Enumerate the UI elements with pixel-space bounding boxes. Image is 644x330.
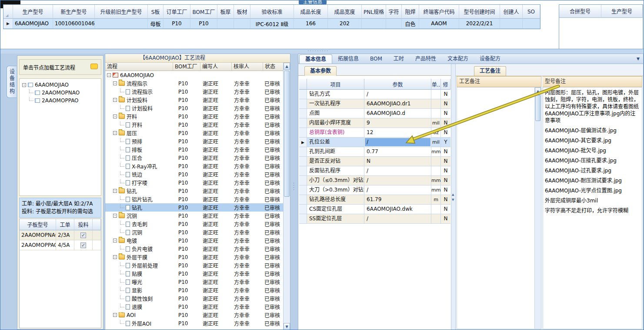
- info-tab-2[interactable]: BOM: [364, 54, 388, 64]
- param-row[interactable]: 孔到孔间距0.77mmN: [299, 147, 450, 157]
- info-tab-5[interactable]: 文本配方: [442, 54, 474, 64]
- scroll-down-icon[interactable]: ▼: [452, 198, 454, 202]
- param-value-cell[interactable]: /: [364, 166, 431, 176]
- flow-scrollbar[interactable]: ▲ ▼: [283, 63, 290, 330]
- flow-row-leaf[interactable]: 曝光P10谢正旺方幸幸已审核: [105, 278, 283, 286]
- top-grid-column-header[interactable]: 生产型号: [13, 5, 53, 19]
- top-grid-column-header[interactable]: BOM工厂: [190, 5, 217, 19]
- param-column-header[interactable]: 修: [441, 79, 450, 90]
- info-tab-4[interactable]: 产品特性: [410, 54, 442, 64]
- tab-main-info[interactable]: 主要信息: [299, 0, 327, 4]
- sub-table-column-header[interactable]: 投料: [74, 219, 93, 230]
- model-grid-row[interactable]: ▶6AAOMOJIAO10010600104629母板P10P10IPC-601…: [3, 19, 540, 29]
- expand-toggle-icon[interactable]: -: [113, 313, 117, 317]
- param-value-cell[interactable]: /: [364, 90, 431, 99]
- process-notes-scrollbar[interactable]: ▲: [534, 88, 541, 329]
- flow-row-folder[interactable]: -开料P10谢正旺方幸幸已审核: [105, 112, 283, 121]
- flow-row-leaf[interactable]: 外层前处理P10谢正旺方幸幸已审核: [105, 261, 283, 269]
- flow-row-leaf[interactable]: 酸性蚀刻P10谢正旺方幸幸已审核: [105, 294, 283, 303]
- flow-row-folder[interactable]: -外层干膜P10谢正旺方幸幸已审核: [105, 253, 283, 261]
- flow-row-leaf[interactable]: 铝片钻孔P10谢正旺方幸幸已审核: [105, 195, 283, 203]
- top-grid-cell[interactable]: 6AAOMOJIAO: [13, 19, 53, 28]
- top-grid-cell[interactable]: [362, 19, 386, 28]
- flow-row-folder[interactable]: -钻孔P10谢正旺方幸幸已审核: [105, 187, 283, 195]
- param-value-cell[interactable]: N: [364, 157, 431, 166]
- param-row[interactable]: 点图6AAOMOJIAO.dN: [299, 109, 450, 118]
- flow-row-leaf[interactable]: 负片电镀P10谢正旺方幸幸已审核: [105, 245, 283, 253]
- top-grid-column-header[interactable]: 成品长度: [294, 5, 328, 19]
- left-tree-item[interactable]: 2AAOMOPPAO: [22, 97, 101, 104]
- top-grid-cell[interactable]: 10010600104629: [53, 19, 95, 28]
- flow-row-leaf[interactable]: 去毛刺P10谢正旺方幸幸已审核: [105, 220, 283, 228]
- scrollbar-thumb[interactable]: [535, 95, 541, 121]
- top-grid-cell[interactable]: [234, 19, 250, 28]
- top-grid-column-header[interactable]: 板厚: [217, 5, 234, 19]
- param-value-cell[interactable]: /: [364, 176, 431, 185]
- param-column-header[interactable]: 参数: [364, 79, 431, 90]
- grid-corner-cell[interactable]: ◢: [3, 5, 13, 19]
- scroll-up-icon[interactable]: ▲: [535, 88, 541, 94]
- expand-toggle-icon[interactable]: -: [113, 131, 117, 135]
- param-row[interactable]: 内层最小焊环宽度9milN: [299, 118, 450, 128]
- param-column-header[interactable]: 单..: [431, 79, 441, 90]
- left-tree-root[interactable]: -6AAOMOJIAO: [22, 81, 101, 89]
- scroll-up-icon[interactable]: ▲: [284, 63, 290, 70]
- top-grid-column-header[interactable]: 升级前旧生产型号: [95, 5, 148, 19]
- info-tab-6[interactable]: 设备配方: [474, 54, 506, 64]
- scroll-up-icon[interactable]: ▲: [452, 193, 454, 196]
- expand-toggle-icon[interactable]: -: [113, 214, 117, 218]
- feed-checkbox[interactable]: ✓: [80, 242, 86, 248]
- param-notes-splitter[interactable]: ▲ ▼: [451, 64, 456, 330]
- flow-row-leaf[interactable]: 贴膜P10谢正旺方幸幸已审核: [105, 269, 283, 278]
- top-grid-column-header[interactable]: 订单工厂: [164, 5, 190, 19]
- flow-row-leaf[interactable]: 计划投料P10谢正旺方幸幸已审核: [105, 104, 283, 112]
- flow-row-leaf[interactable]: X-Ray冲孔P10谢正旺方幸幸已审核: [105, 162, 283, 170]
- flow-row-leaf[interactable]: 预排P10谢正旺方幸幸已审核: [105, 137, 283, 145]
- param-row[interactable]: 总铜厚(含表铜)12ozN: [299, 128, 450, 138]
- flow-row-leaf[interactable]: 打字喽P10谢正旺方幸幸已审核: [105, 178, 283, 187]
- param-column-header[interactable]: 项目: [307, 79, 364, 90]
- top-grid-column-header[interactable]: 验收标准: [250, 5, 294, 19]
- scrollbar-thumb[interactable]: [284, 71, 290, 197]
- merge-grid-column-header[interactable]: 合拼型号: [559, 5, 601, 18]
- sub-table-row[interactable]: 2AAOMOPPAO4/5A✓: [20, 240, 101, 250]
- flow-row-leaf[interactable]: 外层AOIP10谢正旺方幸幸已审核: [105, 319, 283, 327]
- top-grid-column-header[interactable]: 阻焊: [402, 5, 419, 19]
- param-row[interactable]: ▶孔位公差/milY: [299, 138, 450, 147]
- top-grid-cell[interactable]: [523, 19, 540, 28]
- sub-table-row[interactable]: 2AAOMOPNAO2/3A✓: [20, 230, 101, 240]
- top-grid-cell[interactable]: 202: [328, 19, 362, 28]
- top-grid-cell[interactable]: AAOM: [419, 19, 459, 28]
- left-tree-item[interactable]: 2AAOMOPNAO: [22, 89, 101, 97]
- flow-row-leaf[interactable]: 压合P10谢正旺方幸幸已审核: [105, 154, 283, 162]
- param-row[interactable]: 钻孔方式/N: [299, 90, 450, 99]
- flow-row-folder[interactable]: -AOIP10谢正旺方幸幸已审核: [105, 311, 283, 319]
- param-row[interactable]: 是否正反对钻NN: [299, 157, 450, 166]
- param-row[interactable]: 反面钻孔程序/N: [299, 166, 450, 176]
- param-value-cell[interactable]: /: [364, 185, 431, 195]
- horizontal-splitter[interactable]: ·········: [0, 49, 644, 54]
- top-grid-cell[interactable]: 166: [294, 19, 328, 28]
- sub-table-column-header[interactable]: 子板型号: [20, 219, 56, 230]
- param-row[interactable]: 一次钻孔程序6AAOMOJIAO.dr1N: [299, 99, 450, 109]
- flow-row-root[interactable]: -6AAOMOJIAO: [105, 71, 283, 79]
- top-grid-cell[interactable]: IPC-6012 Ⅱ级: [250, 19, 294, 28]
- param-row[interactable]: SS面定位孔层/N: [299, 214, 450, 224]
- top-grid-cell[interactable]: [500, 19, 523, 28]
- top-grid-column-header[interactable]: 板材: [234, 5, 250, 19]
- flow-row-folder[interactable]: -计划投料P10谢正旺方幸幸已审核: [105, 96, 283, 104]
- merge-grid-column-header[interactable]: 生产型号: [601, 5, 643, 18]
- flow-row-folder[interactable]: -电镀P10谢正旺方幸幸已审核: [105, 236, 283, 245]
- param-value-cell[interactable]: 6AAOMOJIAO.d: [364, 109, 431, 118]
- top-grid-cell[interactable]: 白色: [402, 19, 419, 28]
- tab-basic-params[interactable]: 基本参数: [304, 66, 337, 76]
- param-value-cell[interactable]: /: [364, 138, 431, 147]
- flow-row-leaf[interactable]: 沉铜P10谢正旺方幸幸已审核: [105, 228, 283, 236]
- param-value-cell[interactable]: 6AAOMOJIAO.dr1: [364, 99, 431, 109]
- info-tab-0[interactable]: 基本信息: [299, 54, 332, 64]
- flow-row-leaf[interactable]: 排板P10谢正旺方幸幸已审核: [105, 145, 283, 154]
- top-grid-column-header[interactable]: 字符: [386, 5, 402, 19]
- param-value-cell[interactable]: /: [364, 214, 431, 224]
- top-grid-cell[interactable]: P10: [190, 19, 217, 28]
- top-grid-column-header[interactable]: 型号创建时间: [459, 5, 500, 19]
